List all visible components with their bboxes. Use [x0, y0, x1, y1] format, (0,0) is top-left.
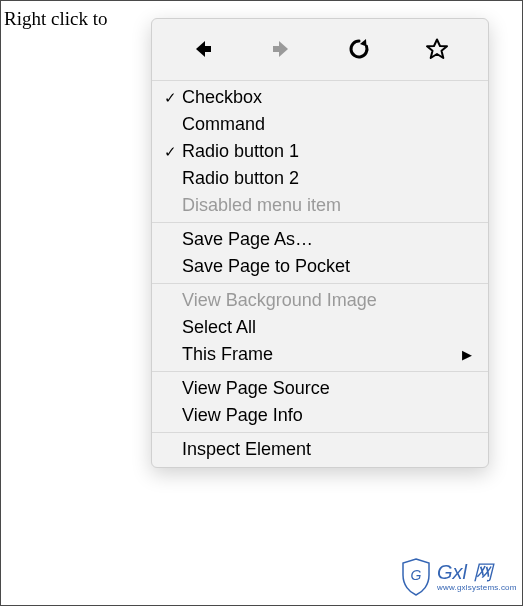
watermark: G Gxl 网 www.gxlsystems.com — [399, 554, 517, 600]
context-menu-toolbar — [152, 19, 488, 77]
watermark-text: Gxl 网 www.gxlsystems.com — [437, 562, 517, 592]
watermark-url: www.gxlsystems.com — [437, 584, 517, 592]
menu-item-label: Save Page to Pocket — [182, 256, 472, 277]
reload-button[interactable] — [339, 31, 379, 67]
menu-view-bg-image: View Background Image — [152, 287, 488, 314]
menu-divider — [152, 283, 488, 284]
menu-item-label: View Page Info — [182, 405, 472, 426]
chevron-right-icon: ▶ — [456, 347, 472, 362]
menu-view-page-source[interactable]: View Page Source — [152, 375, 488, 402]
shield-icon: G — [399, 557, 433, 597]
menu-save-page-as[interactable]: Save Page As… — [152, 226, 488, 253]
forward-button[interactable] — [261, 31, 301, 67]
menu-item-label: Radio button 1 — [182, 141, 472, 162]
menu-item-label: Checkbox — [182, 87, 472, 108]
menu-divider — [152, 371, 488, 372]
menu-item-label: Command — [182, 114, 472, 135]
menu-item-label: View Background Image — [182, 290, 472, 311]
menu-item-label: This Frame — [182, 344, 456, 365]
star-icon — [425, 37, 449, 61]
watermark-brand: Gxl 网 — [437, 562, 517, 582]
back-icon — [191, 37, 215, 61]
menu-select-all[interactable]: Select All — [152, 314, 488, 341]
reload-icon — [347, 37, 371, 61]
bookmark-button[interactable] — [417, 31, 457, 67]
menu-radio-2[interactable]: Radio button 2 — [152, 165, 488, 192]
menu-divider — [152, 222, 488, 223]
check-icon: ✓ — [158, 143, 182, 161]
forward-icon — [269, 37, 293, 61]
menu-item-label: Disabled menu item — [182, 195, 472, 216]
menu-checkbox[interactable]: ✓ Checkbox — [152, 84, 488, 111]
menu-radio-1[interactable]: ✓ Radio button 1 — [152, 138, 488, 165]
menu-item-label: Save Page As… — [182, 229, 472, 250]
svg-text:G: G — [411, 567, 422, 583]
menu-this-frame[interactable]: This Frame ▶ — [152, 341, 488, 368]
menu-inspect-element[interactable]: Inspect Element — [152, 436, 488, 463]
menu-item-label: Radio button 2 — [182, 168, 472, 189]
menu-save-to-pocket[interactable]: Save Page to Pocket — [152, 253, 488, 280]
context-menu: ✓ Checkbox Command ✓ Radio button 1 Radi… — [151, 18, 489, 468]
back-button[interactable] — [183, 31, 223, 67]
menu-item-label: Inspect Element — [182, 439, 472, 460]
menu-divider — [152, 80, 488, 81]
menu-item-label: View Page Source — [182, 378, 472, 399]
menu-disabled-item: Disabled menu item — [152, 192, 488, 219]
menu-view-page-info[interactable]: View Page Info — [152, 402, 488, 429]
menu-command[interactable]: Command — [152, 111, 488, 138]
menu-divider — [152, 432, 488, 433]
menu-item-label: Select All — [182, 317, 472, 338]
page-instruction-text: Right click to — [4, 8, 107, 30]
check-icon: ✓ — [158, 89, 182, 107]
